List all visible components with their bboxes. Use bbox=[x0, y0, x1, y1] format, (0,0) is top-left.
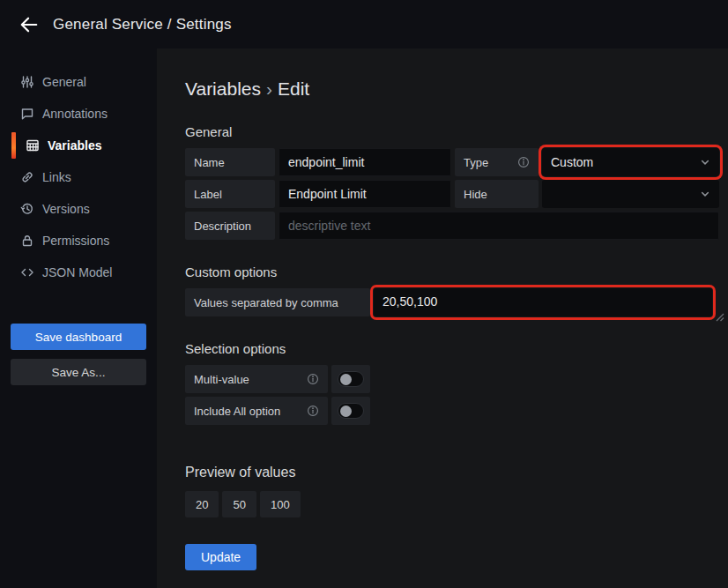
sidebar-item-label: General bbox=[42, 75, 86, 89]
toggle-track bbox=[338, 371, 364, 387]
page-title: General Service / Settings bbox=[53, 16, 232, 33]
type-label-text: Type bbox=[464, 156, 488, 169]
breadcrumb: Variables›Edit bbox=[185, 78, 719, 100]
sidebar-item-label: Permissions bbox=[42, 234, 109, 248]
selection-options-heading: Selection options bbox=[185, 341, 719, 356]
multi-value-label-text: Multi-value bbox=[194, 373, 249, 386]
sidebar-item-label: JSON Model bbox=[42, 265, 112, 279]
label-hide-row: Label Hide bbox=[185, 180, 719, 208]
info-icon[interactable] bbox=[307, 405, 319, 417]
type-label: Type bbox=[455, 148, 539, 176]
arrow-left-icon bbox=[19, 15, 39, 34]
description-label: Description bbox=[185, 212, 275, 240]
table-icon bbox=[25, 138, 40, 153]
sidebar-item-label: Versions bbox=[42, 202, 90, 216]
hide-label: Hide bbox=[455, 180, 539, 208]
lock-icon bbox=[19, 234, 34, 249]
include-all-label: Include All option bbox=[185, 397, 328, 425]
sidebar-item-annotations[interactable]: Annotations bbox=[0, 98, 157, 130]
breadcrumb-separator: › bbox=[261, 78, 278, 99]
link-icon bbox=[19, 170, 34, 185]
multi-value-row: Multi-value bbox=[185, 365, 719, 393]
general-section-heading: General bbox=[185, 124, 719, 139]
update-button[interactable]: Update bbox=[185, 544, 256, 570]
app-window: General Service / Settings General Annot… bbox=[0, 0, 728, 588]
toggle-track bbox=[338, 403, 364, 419]
history-icon bbox=[19, 202, 34, 217]
info-icon[interactable] bbox=[307, 373, 319, 385]
description-row: Description bbox=[185, 212, 719, 240]
values-row: Values separated by comma 20,50,100 bbox=[185, 288, 719, 316]
hide-select[interactable] bbox=[542, 180, 719, 208]
sidebar-item-json-model[interactable]: JSON Model bbox=[0, 257, 157, 288]
comment-icon bbox=[19, 107, 34, 122]
values-textarea[interactable]: 20,50,100 bbox=[374, 288, 712, 316]
toggle-knob bbox=[340, 406, 352, 417]
top-header: General Service / Settings bbox=[0, 0, 728, 48]
sidebar-item-label: Links bbox=[42, 170, 71, 184]
toggle-knob bbox=[340, 374, 352, 385]
hide-label-text: Hide bbox=[464, 188, 487, 201]
description-input[interactable] bbox=[279, 212, 719, 240]
chevron-down-icon bbox=[700, 189, 710, 199]
preview-chips: 20 50 100 bbox=[185, 491, 719, 517]
include-all-label-text: Include All option bbox=[194, 405, 280, 418]
back-button[interactable] bbox=[14, 10, 44, 40]
label-input[interactable] bbox=[279, 180, 451, 208]
name-input[interactable] bbox=[279, 148, 451, 176]
include-all-toggle[interactable] bbox=[331, 397, 370, 425]
custom-options-heading: Custom options bbox=[185, 264, 719, 279]
sliders-icon bbox=[19, 75, 34, 90]
breadcrumb-variables: Variables bbox=[185, 78, 261, 99]
sidebar-item-versions[interactable]: Versions bbox=[0, 193, 157, 225]
multi-value-toggle[interactable] bbox=[331, 365, 370, 393]
include-all-row: Include All option bbox=[185, 397, 719, 425]
save-dashboard-button[interactable]: Save dashboard bbox=[11, 324, 146, 350]
sidebar-item-label: Variables bbox=[48, 138, 102, 153]
sidebar-item-label: Annotations bbox=[42, 107, 108, 121]
variables-edit-panel: Variables›Edit General Name Type Custom bbox=[157, 48, 728, 588]
preview-chip: 20 bbox=[185, 491, 219, 517]
chevron-down-icon bbox=[700, 157, 710, 167]
values-label: Values separated by comma bbox=[185, 288, 370, 316]
breadcrumb-edit: Edit bbox=[278, 78, 309, 99]
preview-heading: Preview of values bbox=[185, 465, 719, 480]
type-select[interactable]: Custom bbox=[542, 148, 719, 176]
sidebar-item-permissions[interactable]: Permissions bbox=[0, 225, 157, 257]
info-icon[interactable] bbox=[517, 156, 530, 168]
type-select-value: Custom bbox=[551, 155, 593, 169]
preview-chip: 50 bbox=[222, 491, 256, 517]
multi-value-label: Multi-value bbox=[185, 365, 328, 393]
sidebar-item-general[interactable]: General bbox=[0, 66, 157, 98]
sidebar-item-variables[interactable]: Variables bbox=[0, 130, 157, 161]
resize-handle-icon[interactable] bbox=[716, 309, 724, 318]
preview-chip: 100 bbox=[260, 491, 301, 517]
name-type-row: Name Type Custom bbox=[185, 148, 719, 176]
name-label: Name bbox=[185, 148, 275, 176]
code-icon bbox=[19, 265, 34, 280]
settings-sidebar: General Annotations Variables Links bbox=[0, 48, 157, 588]
sidebar-item-links[interactable]: Links bbox=[0, 161, 157, 193]
label-label: Label bbox=[185, 180, 275, 208]
save-as-button[interactable]: Save As... bbox=[11, 359, 146, 385]
